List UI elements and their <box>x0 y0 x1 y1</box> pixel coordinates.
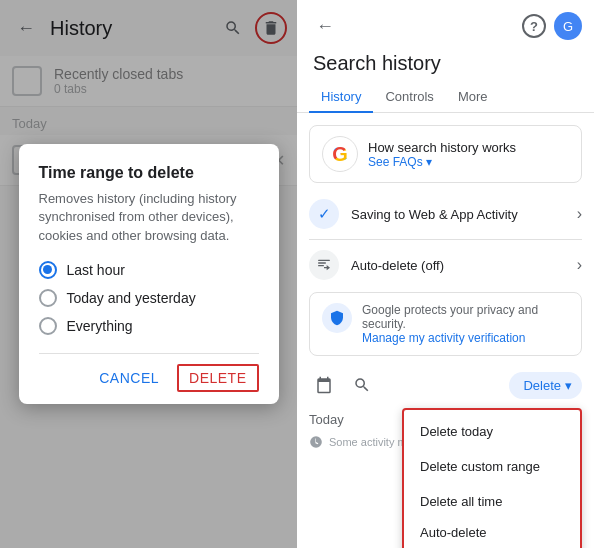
info-card: G How search history works See FAQs ▾ <box>309 125 582 183</box>
dialog-overlay: Time range to delete Removes history (in… <box>0 0 297 548</box>
auto-delete-option[interactable]: Auto-delete <box>404 515 580 549</box>
tab-more[interactable]: More <box>446 81 500 112</box>
svg-rect-2 <box>318 265 324 266</box>
time-range-options: Last hour Today and yesterday Everything <box>39 261 259 335</box>
right-back-icon[interactable]: ← <box>309 10 341 42</box>
tab-controls[interactable]: Controls <box>373 81 445 112</box>
google-logo: G <box>322 136 358 172</box>
cancel-button[interactable]: CANCEL <box>89 364 169 392</box>
delete-dialog: Time range to delete Removes history (in… <box>19 144 279 404</box>
see-faqs-link[interactable]: See FAQs ▾ <box>368 155 569 169</box>
delete-dropdown-button[interactable]: Delete ▾ <box>509 372 582 399</box>
dialog-actions: CANCEL DELETE <box>39 353 259 392</box>
search-bottom-icon[interactable] <box>347 370 377 400</box>
delete-confirm-button[interactable]: DELETE <box>177 364 258 392</box>
avatar[interactable]: G <box>554 12 582 40</box>
g-letter: G <box>332 143 348 166</box>
tabs-bar: History Controls More <box>297 81 594 113</box>
option-last-hour[interactable]: Last hour <box>39 261 259 279</box>
right-header: ← ? G <box>297 0 594 52</box>
activity-label: Auto-delete (off) <box>351 258 577 273</box>
option-label: Today and yesterday <box>67 290 196 306</box>
option-today-yesterday[interactable]: Today and yesterday <box>39 289 259 307</box>
option-label: Last hour <box>67 262 125 278</box>
info-text: How search history works See FAQs ▾ <box>368 140 569 169</box>
privacy-card: Google protects your privacy and securit… <box>309 292 582 356</box>
radio-selected <box>39 261 57 279</box>
tab-history[interactable]: History <box>309 81 373 112</box>
search-history-title: Search history <box>297 52 594 81</box>
dropdown-arrow-icon: ▾ <box>565 378 572 393</box>
divider <box>309 239 582 240</box>
option-label: Everything <box>67 318 133 334</box>
dialog-title: Time range to delete <box>39 164 259 182</box>
saving-activity-item[interactable]: ✓ Saving to Web & App Activity › <box>297 191 594 237</box>
delete-dropdown-menu: Delete today Delete custom range Delete … <box>402 408 582 549</box>
delete-custom-range-option[interactable]: Delete custom range <box>404 449 580 484</box>
info-title: How search history works <box>368 140 569 155</box>
option-everything[interactable]: Everything <box>39 317 259 335</box>
delete-all-time-option[interactable]: Delete all time <box>404 484 580 519</box>
checkmark-icon: ✓ <box>309 199 339 229</box>
svg-rect-1 <box>318 262 326 263</box>
delete-btn-label: Delete <box>523 378 561 393</box>
svg-rect-0 <box>318 260 330 261</box>
radio-unselected <box>39 289 57 307</box>
help-icon[interactable]: ? <box>522 14 546 38</box>
calendar-icon[interactable] <box>309 370 339 400</box>
delete-btn-container: Delete ▾ Delete today Delete custom rang… <box>509 372 582 399</box>
shield-icon <box>322 303 352 333</box>
privacy-text: Google protects your privacy and securit… <box>362 303 569 345</box>
delete-today-option[interactable]: Delete today <box>404 414 580 449</box>
activity-label: Saving to Web & App Activity <box>351 207 577 222</box>
manage-activity-link[interactable]: Manage my activity verification <box>362 331 569 345</box>
dialog-description: Removes history (including history synch… <box>39 190 259 245</box>
arrow-right-icon: › <box>577 256 582 274</box>
autodelete-icon <box>309 250 339 280</box>
right-panel: ← ? G Search history History Controls Mo… <box>297 0 594 548</box>
radio-unselected <box>39 317 57 335</box>
bottom-bar: Delete ▾ Delete today Delete custom rang… <box>297 364 594 406</box>
arrow-right-icon: › <box>577 205 582 223</box>
auto-delete-item[interactable]: Auto-delete (off) › <box>297 242 594 288</box>
privacy-title: Google protects your privacy and securit… <box>362 303 569 331</box>
left-panel: ← History Recently closed tabs 0 tabs To… <box>0 0 297 548</box>
